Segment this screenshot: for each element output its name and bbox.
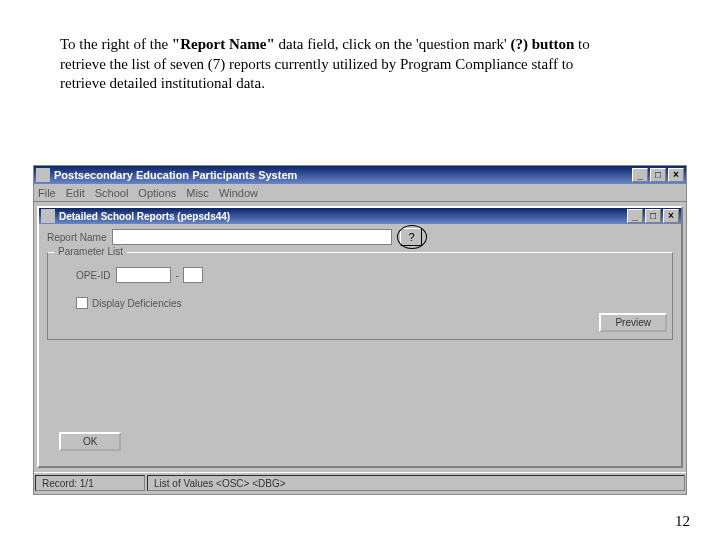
maximize-button[interactable]: □ bbox=[650, 168, 666, 182]
menu-window[interactable]: Window bbox=[219, 187, 258, 199]
display-deficiencies-label: Display Deficiencies bbox=[92, 298, 181, 309]
report-name-input[interactable] bbox=[112, 229, 392, 245]
ope-id-input[interactable] bbox=[116, 267, 171, 283]
inner-minimize-button[interactable]: _ bbox=[627, 209, 643, 223]
ope-id-suffix-input[interactable] bbox=[183, 267, 203, 283]
application-window: Postsecondary Education Participants Sys… bbox=[33, 165, 687, 495]
question-mark-icon: ? bbox=[408, 231, 414, 243]
inner-window: Detailed School Reports (pepsds44) _ □ ×… bbox=[37, 206, 683, 468]
status-hint: List of Values <OSC> <DBG> bbox=[147, 475, 685, 491]
menu-file[interactable]: File bbox=[38, 187, 56, 199]
minimize-button[interactable]: _ bbox=[632, 168, 648, 182]
ok-button[interactable]: OK bbox=[59, 432, 121, 451]
report-name-label: Report Name bbox=[47, 232, 106, 243]
menu-options[interactable]: Options bbox=[138, 187, 176, 199]
status-record: Record: 1/1 bbox=[35, 475, 145, 491]
inner-maximize-button[interactable]: □ bbox=[645, 209, 661, 223]
inner-titlebar: Detailed School Reports (pepsds44) _ □ × bbox=[39, 208, 681, 224]
form-icon bbox=[41, 209, 55, 223]
page-number: 12 bbox=[675, 513, 690, 530]
menu-edit[interactable]: Edit bbox=[66, 187, 85, 199]
menu-school[interactable]: School bbox=[95, 187, 129, 199]
dash-label: - bbox=[175, 270, 178, 281]
preview-button[interactable]: Preview bbox=[599, 313, 667, 332]
inner-close-button[interactable]: × bbox=[663, 209, 679, 223]
instruction-text: To the right of the "Report Name" data f… bbox=[60, 35, 620, 94]
menubar: File Edit School Options Misc Window bbox=[34, 184, 686, 202]
parameter-list-legend: Parameter List bbox=[54, 246, 127, 257]
outer-titlebar: Postsecondary Education Participants Sys… bbox=[34, 166, 686, 184]
display-deficiencies-checkbox[interactable] bbox=[76, 297, 88, 309]
statusbar: Record: 1/1 List of Values <OSC> <DBG> bbox=[34, 472, 686, 494]
ope-id-label: OPE-ID bbox=[76, 270, 110, 281]
inner-title-text: Detailed School Reports (pepsds44) bbox=[59, 211, 627, 222]
app-icon bbox=[36, 168, 50, 182]
parameter-list-group: Parameter List OPE-ID - Display Deficien… bbox=[47, 252, 673, 340]
question-mark-button[interactable]: ? bbox=[400, 228, 422, 246]
menu-misc[interactable]: Misc bbox=[186, 187, 209, 199]
close-button[interactable]: × bbox=[668, 168, 684, 182]
outer-title-text: Postsecondary Education Participants Sys… bbox=[54, 169, 632, 181]
